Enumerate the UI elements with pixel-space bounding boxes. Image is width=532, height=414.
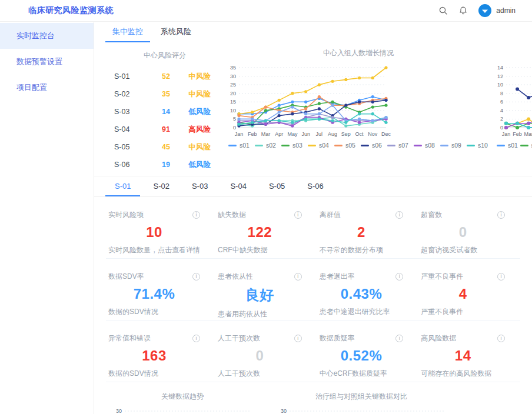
- search-icon[interactable]: [438, 6, 448, 15]
- metric-subtitle: 不寻常的数据分布项: [320, 245, 404, 255]
- metric-subtitle: 数据的SDV情况: [108, 307, 200, 317]
- info-icon[interactable]: [192, 335, 200, 342]
- comparison-chart-panel: 治疗组与对照组关键数据对比 051015202530: [273, 389, 450, 414]
- legend-label: s01: [240, 142, 250, 149]
- info-icon[interactable]: [497, 211, 505, 219]
- tab-site-2[interactable]: S-02: [144, 176, 178, 196]
- legend-label: s10: [478, 142, 488, 149]
- metric-subtitle: 实时风险数量，点击查看详情: [108, 245, 200, 255]
- svg-text:8: 8: [500, 91, 503, 96]
- legend-item-s05[interactable]: s05: [334, 142, 361, 149]
- metric-value: 10: [108, 224, 200, 241]
- legend-item-s09[interactable]: s09: [440, 142, 467, 149]
- metric-title: 数据SDV率: [108, 272, 144, 282]
- risk-table-row[interactable]: S-0619低风险: [114, 156, 224, 173]
- metric-title: 离群值: [320, 210, 341, 220]
- risk-table-row[interactable]: S-0545中风险: [114, 138, 224, 156]
- metric-card-header: 实时风险项: [108, 210, 200, 220]
- metric-card[interactable]: 缺失数据122CRF中缺失数据: [215, 197, 317, 259]
- legend-swatch: [361, 145, 369, 146]
- svg-text:20: 20: [230, 91, 236, 96]
- info-icon[interactable]: [395, 335, 403, 342]
- metric-subtitle: 患者用药依从性: [218, 309, 302, 319]
- metric-card[interactable]: 实时风险项10实时风险数量，点击查看详情: [106, 197, 215, 259]
- info-icon[interactable]: [395, 211, 403, 219]
- info-icon[interactable]: [395, 273, 403, 281]
- ae-line-chart: 02468101214JanFebMarAprMayJunJulAugSepOc…: [493, 63, 532, 141]
- app-title: 临床研究风险监测系统: [28, 5, 114, 16]
- metric-card[interactable]: 超窗数0超窗访视受试者数: [418, 197, 520, 259]
- sidebar-item-1[interactable]: 实时监控台: [0, 23, 94, 49]
- tab-site-4[interactable]: S-04: [221, 176, 255, 196]
- legend-item-s01[interactable]: s01: [228, 142, 255, 149]
- risk-site-label: S-06: [114, 161, 151, 169]
- risk-level-badge: 低风险: [181, 107, 218, 117]
- enrollment-line-chart: 05101520253035JanFebMarAprMayJunJulAugSe…: [224, 63, 394, 141]
- metric-card[interactable]: 患者依从性良好患者用药依从性: [215, 259, 317, 320]
- sidebar-item-3[interactable]: 项目配置: [0, 75, 94, 101]
- info-icon[interactable]: [294, 211, 302, 219]
- svg-text:Mar: Mar: [261, 131, 271, 137]
- metric-card[interactable]: 高风险数据14可能存在的高风险数据: [418, 320, 520, 382]
- risk-table-row[interactable]: S-0152中风险: [114, 68, 224, 85]
- tab-site-3[interactable]: S-03: [182, 176, 217, 196]
- metric-card[interactable]: 离群值2不寻常的数据分布项: [317, 197, 419, 259]
- info-icon[interactable]: [294, 273, 302, 281]
- risk-table-row[interactable]: S-0314低风险: [114, 103, 224, 121]
- legend-item-s07[interactable]: s07: [387, 142, 414, 149]
- metric-card[interactable]: 异常值和错误163数据的SDV情况: [106, 320, 215, 382]
- risk-table-row[interactable]: S-0235中风险: [114, 85, 224, 103]
- metric-title: 缺失数据: [218, 210, 246, 220]
- user-avatar[interactable]: [478, 4, 491, 17]
- metric-subtitle: 患者中途退出研究比率: [320, 307, 404, 317]
- tab-site-6[interactable]: S-06: [298, 176, 332, 196]
- legend-label: s01: [508, 142, 518, 149]
- info-icon[interactable]: [497, 335, 505, 342]
- metric-title: 超窗数: [421, 210, 442, 220]
- svg-text:2: 2: [500, 116, 503, 122]
- legend-item-s04[interactable]: s04: [308, 142, 334, 149]
- metric-card[interactable]: 数据SDV率71.4%数据的SDV情况: [106, 259, 215, 320]
- metric-card[interactable]: 数据质疑率0.52%中心eCRF数据质疑率: [317, 320, 419, 382]
- info-icon[interactable]: [497, 273, 505, 281]
- svg-text:6: 6: [500, 99, 503, 105]
- tab-main-1[interactable]: 集中监控: [105, 22, 150, 42]
- metric-card[interactable]: 人工干预次数0人工干预次数: [215, 320, 317, 382]
- metric-card-header: 离群值: [320, 210, 404, 220]
- legend-item-s10[interactable]: s10: [467, 142, 493, 149]
- tab-site-1[interactable]: S-01: [105, 176, 140, 196]
- tab-main-2[interactable]: 系统风险: [154, 22, 198, 42]
- legend-item-s02[interactable]: s02: [520, 142, 532, 149]
- risk-table-row[interactable]: S-0491高风险: [114, 121, 224, 138]
- legend-item-s06[interactable]: s06: [361, 142, 387, 149]
- metric-value: 122: [218, 224, 302, 241]
- risk-level-badge: 低风险: [181, 160, 218, 170]
- risk-level-badge: 高风险: [181, 125, 218, 135]
- trend-area-chart: 051015202530: [108, 406, 257, 414]
- metric-value: 0.43%: [320, 286, 404, 302]
- risk-score-panel: 中心风险评分 S-0152中风险S-0235中风险S-0314低风险S-0491…: [106, 45, 224, 173]
- info-icon[interactable]: [192, 273, 200, 281]
- tab-site-5[interactable]: S-05: [260, 176, 294, 196]
- svg-text:10: 10: [497, 82, 503, 88]
- metric-card[interactable]: 患者退出率0.43%患者中途退出研究比率: [317, 259, 419, 320]
- info-icon[interactable]: [294, 335, 302, 342]
- sidebar-item-2[interactable]: 数据预警设置: [0, 49, 94, 75]
- bottom-charts: 关键数据趋势 051015202530 治疗组与对照组关键数据对比 051015…: [94, 382, 532, 414]
- metric-value: 2: [320, 224, 404, 241]
- notification-bell-icon[interactable]: [458, 6, 468, 15]
- header-actions: admin: [438, 4, 516, 17]
- svg-text:Oct: Oct: [355, 131, 364, 137]
- metric-value: 163: [108, 348, 200, 364]
- svg-text:25: 25: [230, 82, 236, 88]
- legend-item-s03[interactable]: s03: [281, 142, 308, 149]
- username-label[interactable]: admin: [496, 6, 516, 15]
- info-icon[interactable]: [192, 211, 200, 219]
- svg-text:Sep: Sep: [341, 131, 351, 137]
- legend-item-s08[interactable]: s08: [414, 142, 440, 149]
- svg-text:Apr: Apr: [275, 131, 283, 137]
- trend-chart-title: 关键数据趋势: [108, 392, 257, 402]
- legend-item-s02[interactable]: s02: [255, 142, 281, 149]
- metric-card[interactable]: 严重不良事件4严重不良事件: [418, 259, 520, 320]
- legend-item-s01[interactable]: s01: [497, 142, 518, 149]
